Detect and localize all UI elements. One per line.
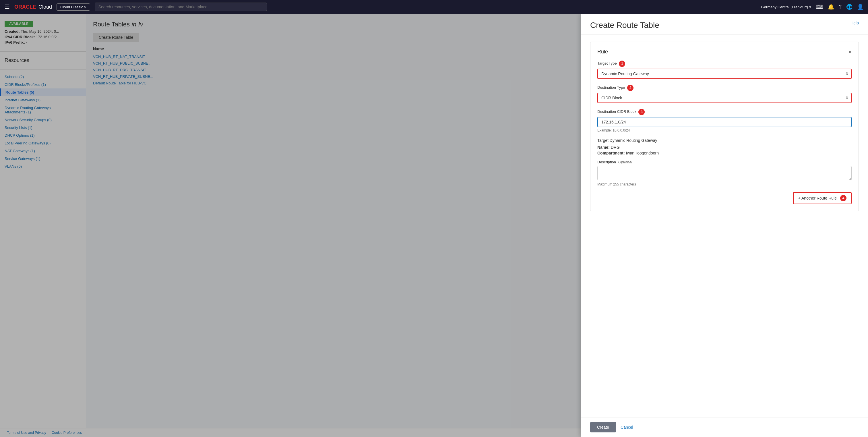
rule-card-title: Rule: [597, 49, 608, 55]
create-route-table-modal: Create Route Table Help Rule × Target Ty…: [581, 14, 868, 437]
region-selector[interactable]: Germany Central (Frankfurt) ▾: [761, 5, 811, 9]
destination-type-badge: 2: [627, 85, 633, 91]
oracle-logo: ORACLE Cloud: [14, 4, 52, 10]
notification-icon[interactable]: 🔔: [828, 4, 834, 10]
search-input[interactable]: [95, 3, 267, 11]
oracle-text: ORACLE: [14, 4, 36, 10]
target-type-select[interactable]: Dynamic Routing Gateway Internet Gateway…: [597, 69, 851, 79]
target-type-group: Target Type 1 Dynamic Routing Gateway In…: [597, 61, 851, 79]
target-type-badge: 1: [619, 61, 625, 67]
cloud-text: Cloud: [38, 4, 52, 10]
modal-header: Create Route Table Help: [581, 14, 868, 35]
description-label: Description Optional: [597, 160, 851, 164]
modal-body: Rule × Target Type 1 Dynamic Routing Gat…: [581, 35, 868, 417]
destination-type-label: Destination Type 2: [597, 85, 851, 91]
description-optional: Optional: [618, 160, 632, 164]
rule-card-header: Rule ×: [597, 49, 851, 55]
another-route-badge: 4: [840, 195, 846, 201]
destination-cidr-badge: 3: [639, 109, 645, 115]
menu-icon[interactable]: ☰: [5, 3, 10, 10]
cloud-shell-icon[interactable]: ⌨: [816, 4, 823, 10]
target-type-select-wrapper: Dynamic Routing Gateway Internet Gateway…: [597, 69, 851, 79]
target-drg-title: Target Dynamic Routing Gateway: [597, 138, 851, 143]
target-drg-compartment: Compartment: IwanHoogendoorn: [597, 151, 851, 155]
destination-cidr-input[interactable]: [597, 117, 851, 127]
target-type-label: Target Type 1: [597, 61, 851, 67]
language-icon[interactable]: 🌐: [846, 4, 852, 10]
cancel-button[interactable]: Cancel: [621, 425, 633, 430]
destination-type-select[interactable]: CIDR Block Service: [597, 93, 851, 103]
description-hint: Maximum 255 characters: [597, 182, 851, 186]
description-textarea[interactable]: [597, 166, 851, 180]
another-route-rule-button[interactable]: + Another Route Rule 4: [793, 192, 851, 204]
description-group: Description Optional Maximum 255 charact…: [597, 160, 851, 186]
rule-card: Rule × Target Type 1 Dynamic Routing Gat…: [590, 42, 859, 211]
navbar: ☰ ORACLE Cloud Cloud Classic > Germany C…: [0, 0, 868, 14]
modal-title: Create Route Table: [590, 21, 659, 30]
another-route-rule-section: + Another Route Rule 4: [597, 192, 851, 204]
cloud-classic-button[interactable]: Cloud Classic >: [57, 3, 90, 11]
another-route-rule-label: + Another Route Rule: [798, 196, 837, 200]
destination-type-select-wrapper: CIDR Block Service ⇅: [597, 93, 851, 103]
rule-close-button[interactable]: ×: [848, 49, 851, 55]
help-link[interactable]: Help: [850, 21, 859, 25]
modal-footer: Create Cancel: [581, 417, 868, 437]
create-button[interactable]: Create: [590, 422, 616, 432]
destination-cidr-group: Destination CIDR Block 3 Example: 10.0.0…: [597, 109, 851, 132]
destination-cidr-hint: Example: 10.0.0.0/24: [597, 128, 851, 132]
profile-icon[interactable]: 👤: [857, 4, 863, 10]
destination-cidr-label: Destination CIDR Block 3: [597, 109, 851, 115]
target-drg-name: Name: DRG: [597, 145, 851, 150]
help-icon[interactable]: ?: [839, 4, 842, 10]
navbar-right: Germany Central (Frankfurt) ▾ ⌨ 🔔 ? 🌐 👤: [761, 4, 863, 10]
destination-type-group: Destination Type 2 CIDR Block Service ⇅: [597, 85, 851, 103]
target-drg-info: Target Dynamic Routing Gateway Name: DRG…: [597, 138, 851, 155]
